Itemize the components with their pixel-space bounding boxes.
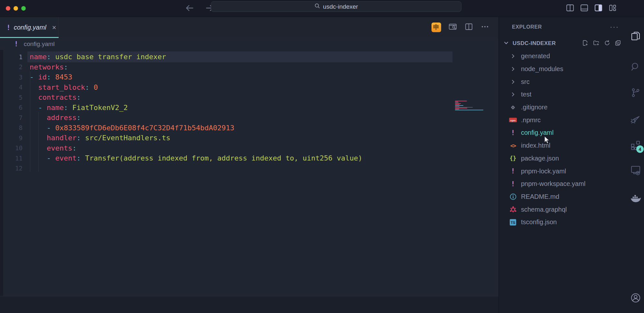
code-text: contracts: bbox=[23, 93, 81, 101]
html-file-icon: <> bbox=[509, 143, 517, 149]
npm-file-icon: npm bbox=[509, 118, 517, 122]
extensions-badge: 4 bbox=[636, 145, 644, 153]
yaml-file-icon: ! bbox=[14, 40, 18, 48]
code-line[interactable]: 6 - name: FiatTokenV2_2 bbox=[0, 103, 498, 113]
customize-layout-icon[interactable] bbox=[608, 4, 617, 14]
code-line[interactable]: 8 - 0x833589fCD6eDb6E08f4c7C32D4f71b54bd… bbox=[0, 123, 498, 133]
tree-item-label: generated bbox=[521, 52, 550, 60]
breadcrumb[interactable]: ! config.yaml bbox=[0, 38, 498, 50]
line-number: 2 bbox=[0, 63, 23, 70]
zoom-window-button[interactable] bbox=[21, 6, 26, 11]
code-text: start_block: 0 bbox=[23, 83, 98, 91]
collapse-folders-icon[interactable] bbox=[615, 40, 621, 48]
minimap-line bbox=[455, 111, 484, 111]
folder-generated[interactable]: generated bbox=[499, 50, 627, 63]
line-number: 10 bbox=[0, 144, 23, 152]
chevron-right-icon bbox=[509, 92, 517, 97]
account-icon[interactable] bbox=[630, 292, 642, 304]
split-editor-icon[interactable] bbox=[464, 22, 473, 32]
code-line[interactable]: 7 address: bbox=[0, 113, 498, 123]
chevron-right-icon bbox=[509, 66, 517, 72]
file-config-yaml[interactable]: !config.yaml bbox=[499, 126, 627, 139]
minimap-line bbox=[455, 109, 459, 109]
toggle-primary-sidebar-icon[interactable] bbox=[566, 4, 574, 14]
open-preview-icon[interactable] bbox=[448, 22, 457, 32]
chevron-down-icon bbox=[503, 40, 509, 47]
minimap-line bbox=[455, 101, 467, 101]
folder-test[interactable]: test bbox=[499, 88, 627, 101]
refresh-icon[interactable] bbox=[604, 40, 611, 48]
formatter-extension-icon[interactable]: 申 bbox=[431, 23, 441, 32]
breadcrumb-file-label[interactable]: config.yaml bbox=[24, 41, 55, 48]
toggle-panel-icon[interactable] bbox=[580, 4, 589, 14]
source-control-view-icon[interactable] bbox=[630, 87, 642, 99]
minimize-window-button[interactable] bbox=[14, 6, 18, 11]
graphql-file-icon bbox=[509, 206, 517, 213]
code-line[interactable]: 12 bbox=[0, 163, 498, 174]
code-line[interactable]: 9 handler: src/EventHandlers.ts bbox=[0, 133, 498, 143]
tab-bar: ! config.yaml × 申 bbox=[0, 17, 498, 38]
code-line[interactable]: 2networks: bbox=[0, 62, 498, 72]
panel-area-empty bbox=[0, 296, 498, 313]
explorer-sidebar: EXPLORER ··· USDC-INDEXER bbox=[498, 17, 627, 313]
vscode-window: usdc-indexer ! config.yaml × bbox=[0, 0, 644, 313]
file-README-md[interactable]: README.md bbox=[499, 190, 627, 203]
minimap[interactable] bbox=[455, 101, 484, 111]
code-text: - 0x833589fCD6eDb6E08f4c7C32D4f71b54bdA0… bbox=[23, 124, 234, 132]
explorer-panel-title: EXPLORER bbox=[512, 24, 542, 30]
info-file-icon bbox=[509, 193, 517, 200]
tree-item-label: package.json bbox=[521, 155, 559, 162]
new-file-icon[interactable] bbox=[582, 40, 589, 48]
back-arrow-icon[interactable] bbox=[184, 3, 195, 15]
minimap-line bbox=[455, 106, 459, 107]
explorer-view-icon[interactable] bbox=[630, 30, 642, 42]
toggle-secondary-sidebar-icon[interactable] bbox=[594, 4, 603, 14]
code-line[interactable]: 10 events: bbox=[0, 143, 498, 153]
yaml-file-icon: ! bbox=[6, 24, 11, 32]
minimap-line bbox=[455, 102, 458, 102]
line-number: 9 bbox=[0, 134, 23, 142]
minimap-line bbox=[455, 103, 459, 103]
project-root-row[interactable]: USDC-INDEXER bbox=[499, 37, 627, 50]
file-package-json[interactable]: {}package.json bbox=[499, 152, 627, 165]
run-debug-view-icon[interactable] bbox=[630, 112, 642, 124]
folder-node_modules[interactable]: node_modules bbox=[499, 63, 627, 76]
code-text: - name: FiatTokenV2_2 bbox=[23, 104, 128, 112]
file--gitignore[interactable]: .gitignore bbox=[499, 101, 627, 114]
code-line[interactable]: 1name: usdc base transfer indexer bbox=[0, 52, 498, 62]
docker-view-icon[interactable] bbox=[630, 193, 642, 205]
minimap-line bbox=[455, 110, 483, 110]
tab-close-icon[interactable]: × bbox=[52, 23, 56, 32]
code-text: - id: 8453 bbox=[23, 73, 72, 81]
command-center-search[interactable]: usdc-indexer bbox=[211, 1, 461, 12]
file-index-html[interactable]: <>index.html bbox=[499, 139, 627, 152]
close-window-button[interactable] bbox=[6, 6, 10, 11]
ts-file-icon: TS bbox=[509, 219, 517, 226]
explorer-more-actions-icon[interactable]: ··· bbox=[610, 25, 619, 29]
tab-config-yaml[interactable]: ! config.yaml × bbox=[0, 17, 59, 38]
file-schema-graphql[interactable]: schema.graphql bbox=[499, 203, 627, 216]
line-number: 7 bbox=[0, 114, 23, 121]
folder-src[interactable]: src bbox=[499, 75, 627, 88]
file-pnpm-lock-yaml[interactable]: !pnpm-lock.yaml bbox=[499, 165, 627, 178]
mouse-cursor bbox=[543, 135, 551, 146]
file-tree: generatednode_modulessrctest.gitignorenp… bbox=[499, 50, 627, 229]
code-line[interactable]: 3- id: 8453 bbox=[0, 72, 498, 82]
code-text: address: bbox=[23, 114, 81, 122]
search-view-icon[interactable] bbox=[630, 61, 642, 73]
file-pnpm-workspace-yaml[interactable]: !pnpm-workspace.yaml bbox=[499, 178, 627, 190]
line-number: 3 bbox=[0, 74, 23, 81]
extensions-view-icon[interactable]: 4 bbox=[630, 139, 642, 151]
code-line[interactable]: 11 - event: Transfer(address indexed fro… bbox=[0, 153, 498, 163]
file--npmrc[interactable]: npm.npmrc bbox=[499, 114, 627, 126]
tree-item-label: pnpm-workspace.yaml bbox=[521, 180, 585, 188]
more-actions-icon[interactable] bbox=[480, 22, 489, 32]
file-tsconfig-json[interactable]: TStsconfig.json bbox=[499, 216, 627, 229]
remote-explorer-view-icon[interactable] bbox=[630, 164, 642, 176]
new-folder-icon[interactable] bbox=[593, 40, 600, 48]
search-value: usdc-indexer bbox=[323, 3, 358, 10]
code-line[interactable]: 5 contracts: bbox=[0, 92, 498, 103]
code-editor[interactable]: 1name: usdc base transfer indexer2networ… bbox=[0, 50, 498, 296]
line-number: 5 bbox=[0, 94, 23, 101]
code-line[interactable]: 4 start_block: 0 bbox=[0, 82, 498, 93]
